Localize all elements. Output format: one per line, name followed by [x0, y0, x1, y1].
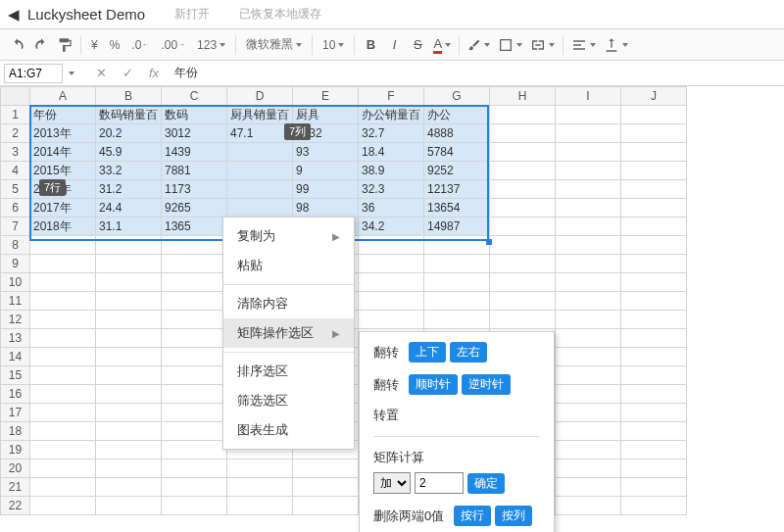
cell-B2[interactable]: 20.2	[96, 124, 162, 143]
row-header-17[interactable]: 17	[1, 404, 30, 422]
cell-J9[interactable]	[621, 255, 687, 273]
cell-B14[interactable]	[96, 348, 162, 366]
cell-A8[interactable]	[30, 236, 96, 255]
font-size-select[interactable]: 10	[317, 38, 350, 52]
cell-D21[interactable]	[227, 478, 293, 497]
italic-button[interactable]: I	[382, 32, 406, 58]
cell-F3[interactable]: 18.4	[359, 143, 424, 162]
cell-F6[interactable]: 36	[359, 199, 424, 218]
cell-A3[interactable]: 2014年	[30, 143, 96, 162]
col-header-A[interactable]: A	[30, 87, 96, 106]
cell-E4[interactable]: 9	[293, 162, 359, 180]
cell-I18[interactable]	[556, 422, 621, 441]
cell-J1[interactable]	[621, 106, 687, 124]
cell-G8[interactable]	[424, 236, 490, 255]
strike-button[interactable]: S	[406, 32, 429, 58]
cell-C5[interactable]: 1173	[162, 180, 227, 199]
cell-H5[interactable]	[490, 180, 556, 199]
cell-C3[interactable]: 1439	[162, 143, 227, 162]
delzero-bycol-button[interactable]: 按列	[495, 506, 532, 526]
cell-I12[interactable]	[556, 311, 621, 329]
cell-C13[interactable]	[162, 329, 227, 348]
cell-J4[interactable]	[621, 162, 687, 180]
cell-J17[interactable]	[621, 404, 687, 422]
cell-A18[interactable]	[30, 422, 96, 441]
cell-H3[interactable]	[490, 143, 556, 162]
calc-value-input[interactable]	[415, 472, 464, 494]
cell-D1[interactable]: 厨具销量百	[227, 106, 293, 124]
cell-A7[interactable]: 2018年	[30, 218, 96, 236]
accept-formula-icon[interactable]: ✓	[122, 66, 133, 80]
row-header-19[interactable]: 19	[1, 441, 30, 459]
row-header-8[interactable]: 8	[1, 236, 30, 255]
cell-F10[interactable]	[359, 273, 424, 292]
cell-B19[interactable]	[96, 441, 162, 459]
cell-I21[interactable]	[556, 478, 621, 497]
ctx-clear[interactable]: 清除内容	[223, 289, 354, 318]
cell-D3[interactable]	[227, 143, 293, 162]
name-box-dropdown[interactable]	[69, 72, 74, 75]
cell-G5[interactable]: 12137	[424, 180, 490, 199]
cell-B13[interactable]	[96, 329, 162, 348]
ctx-copy-as[interactable]: 复制为▶	[223, 221, 354, 251]
col-header-H[interactable]: H	[490, 87, 556, 106]
cell-I7[interactable]	[556, 218, 621, 236]
cell-H8[interactable]	[490, 236, 556, 255]
cell-I2[interactable]	[556, 124, 621, 143]
cell-C21[interactable]	[162, 478, 227, 497]
cell-I19[interactable]	[556, 441, 621, 459]
cell-E6[interactable]: 98	[293, 199, 359, 218]
row-header-4[interactable]: 4	[1, 162, 30, 180]
cell-I15[interactable]	[556, 366, 621, 385]
flip-updown-button[interactable]: 上下	[409, 342, 446, 363]
cell-C16[interactable]	[162, 385, 227, 404]
cell-H10[interactable]	[490, 273, 556, 292]
cell-A9[interactable]	[30, 255, 96, 273]
corner-cell[interactable]	[1, 87, 30, 106]
cell-J11[interactable]	[621, 292, 687, 311]
col-header-B[interactable]: B	[96, 87, 162, 106]
calc-op-select[interactable]: 加	[373, 472, 411, 494]
cancel-formula-icon[interactable]: ✕	[96, 66, 107, 80]
cell-G1[interactable]: 办公	[424, 106, 490, 124]
cell-C22[interactable]	[162, 497, 227, 515]
cell-I10[interactable]	[556, 273, 621, 292]
cell-B8[interactable]	[96, 236, 162, 255]
cell-A11[interactable]	[30, 292, 96, 311]
cell-J3[interactable]	[621, 143, 687, 162]
col-header-F[interactable]: F	[359, 87, 424, 106]
cell-G6[interactable]: 13654	[424, 199, 490, 218]
row-header-5[interactable]: 5	[1, 180, 30, 199]
cell-A6[interactable]: 2017年	[30, 199, 96, 218]
cell-D2[interactable]: 47.1	[227, 124, 293, 143]
cell-A1[interactable]: 年份	[30, 106, 96, 124]
cell-I22[interactable]	[556, 497, 621, 515]
cell-I14[interactable]	[556, 348, 621, 366]
sub-transpose-row[interactable]: 转置	[373, 407, 540, 424]
col-header-J[interactable]: J	[621, 87, 687, 106]
col-header-E[interactable]: E	[293, 87, 359, 106]
col-header-C[interactable]: C	[162, 87, 227, 106]
cell-D20[interactable]	[227, 459, 293, 478]
row-header-7[interactable]: 7	[1, 218, 30, 236]
cell-D22[interactable]	[227, 497, 293, 515]
cell-J10[interactable]	[621, 273, 687, 292]
cell-B17[interactable]	[96, 404, 162, 422]
cell-D4[interactable]	[227, 162, 293, 180]
cell-C10[interactable]	[162, 273, 227, 292]
cell-E3[interactable]: 93	[293, 143, 359, 162]
cell-C14[interactable]	[162, 348, 227, 366]
row-header-12[interactable]: 12	[1, 311, 30, 329]
cell-A19[interactable]	[30, 441, 96, 459]
font-select[interactable]: 微软雅黑	[240, 36, 308, 53]
cell-J15[interactable]	[621, 366, 687, 385]
cell-C8[interactable]	[162, 236, 227, 255]
fill-color-button[interactable]	[464, 32, 494, 58]
fill-handle[interactable]	[486, 239, 492, 245]
row-header-20[interactable]: 20	[1, 459, 30, 478]
row-header-2[interactable]: 2	[1, 124, 30, 143]
cell-A15[interactable]	[30, 366, 96, 385]
row-header-22[interactable]: 22	[1, 497, 30, 515]
cell-B9[interactable]	[96, 255, 162, 273]
cell-E1[interactable]: 厨具	[293, 106, 359, 124]
